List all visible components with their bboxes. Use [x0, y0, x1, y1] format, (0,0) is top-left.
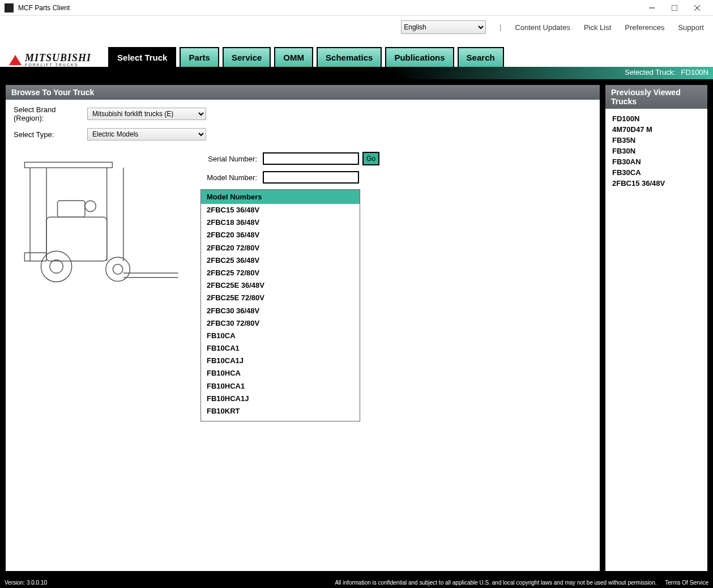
minimize-button[interactable]	[641, 0, 663, 16]
svg-rect-4	[24, 162, 112, 168]
link-content-updates[interactable]: Content Updates	[515, 23, 570, 32]
recent-item[interactable]: 4M70D47 M	[612, 124, 701, 135]
logo-triangle-icon	[9, 55, 22, 65]
model-item[interactable]: FB10CA1J	[201, 355, 360, 367]
model-item[interactable]: 2FBC15 36/48V	[201, 204, 360, 216]
brand-sub: FORKLIFT TRUCKS	[25, 63, 91, 67]
model-item[interactable]: FB10CA	[201, 330, 360, 342]
brand-label: Select Brand (Region):	[14, 105, 87, 122]
brand-name: MITSUBISHI	[25, 52, 91, 63]
model-item[interactable]: 2FBC30 36/48V	[201, 305, 360, 317]
side-panel: Previously Viewed Trucks FD100N4M70D47 M…	[605, 85, 707, 571]
recent-item[interactable]: FB30CA	[612, 167, 701, 178]
serial-label: Serial Number:	[200, 155, 257, 163]
recent-list: FD100N4M70D47 MFB35NFB30NFB30ANFB30CA2FB…	[605, 109, 707, 193]
model-item[interactable]: 2FBC20 36/48V	[201, 229, 360, 241]
recent-header: Previously Viewed Trucks	[605, 85, 707, 109]
filters: Select Brand (Region): Mitsubishi forkli…	[6, 100, 600, 152]
nav-row: MITSUBISHI FORKLIFT TRUCKS Select Truck …	[0, 39, 713, 67]
recent-item[interactable]: FD100N	[612, 113, 701, 124]
selected-truck-value: FD100N	[681, 68, 708, 76]
model-item[interactable]: 2FBC18 36/48V	[201, 216, 360, 229]
model-item[interactable]: FB10KRT	[201, 405, 360, 417]
type-label: Select Type:	[14, 130, 87, 139]
tab-omm[interactable]: OMM	[274, 47, 313, 67]
model-item[interactable]: FB10KRT PAC	[201, 417, 360, 421]
maximize-button[interactable]	[663, 0, 686, 16]
model-item[interactable]: 2FBC25 36/48V	[201, 254, 360, 267]
recent-item[interactable]: FB35N	[612, 135, 701, 146]
tab-search[interactable]: Search	[458, 47, 504, 67]
tab-parts[interactable]: Parts	[180, 47, 219, 67]
footer: Version: 3.0.0.10 All information is con…	[0, 577, 713, 588]
separator: |	[499, 23, 501, 31]
model-item[interactable]: FB10HCA1J	[201, 393, 360, 405]
close-button[interactable]	[686, 0, 708, 16]
legal-text: All information is confidential and subj…	[47, 580, 708, 586]
tab-select-truck[interactable]: Select Truck	[108, 47, 176, 67]
body: Browse To Your Truck Select Brand (Regio…	[0, 79, 713, 577]
model-input[interactable]	[263, 171, 359, 184]
browse-header: Browse To Your Truck	[6, 85, 600, 100]
truck-illustration	[14, 152, 189, 293]
model-label: Model Number:	[200, 173, 257, 182]
link-tos[interactable]: Terms Of Service	[665, 580, 708, 586]
svg-point-14	[113, 265, 122, 274]
model-list-header: Model Numbers	[201, 190, 360, 204]
language-select[interactable]: English	[401, 20, 486, 34]
version-text: Version: 3.0.0.10	[5, 580, 47, 586]
svg-point-11	[41, 251, 71, 282]
recent-item[interactable]: FB30N	[612, 146, 701, 156]
tab-schematics[interactable]: Schematics	[317, 47, 382, 67]
model-item[interactable]: 2FBC25E 72/80V	[201, 292, 360, 304]
selected-truck-bar: Selected Truck: FD100N	[0, 67, 713, 79]
selected-truck-label: Selected Truck:	[625, 68, 676, 76]
serial-input[interactable]	[263, 152, 359, 165]
model-list-panel: Model Numbers 2FBC15 36/48V2FBC18 36/48V…	[200, 189, 360, 421]
model-item[interactable]: FB10CA1	[201, 342, 360, 355]
recent-item[interactable]: FB30AN	[612, 156, 701, 167]
type-select[interactable]: Electric Models	[87, 128, 206, 140]
link-support[interactable]: Support	[678, 23, 704, 32]
app-icon	[5, 3, 14, 12]
link-preferences[interactable]: Preferences	[625, 23, 664, 32]
brand-select[interactable]: Mitsubishi forklift trucks (E)	[87, 108, 206, 120]
main-panel: Browse To Your Truck Select Brand (Regio…	[6, 85, 600, 571]
recent-item[interactable]: 2FBC15 36/48V	[612, 178, 701, 189]
svg-rect-10	[58, 201, 85, 217]
model-item[interactable]: FB10HCA	[201, 367, 360, 380]
main-tabs: Select Truck Parts Service OMM Schematic…	[108, 47, 504, 67]
model-item[interactable]: 2FBC30 72/80V	[201, 317, 360, 330]
go-button[interactable]: Go	[362, 152, 379, 165]
svg-rect-9	[46, 217, 107, 261]
tab-service[interactable]: Service	[223, 47, 271, 67]
content-row: Serial Number: Go Model Number: Model Nu…	[6, 152, 600, 571]
model-item[interactable]: 2FBC25E 36/48V	[201, 279, 360, 292]
svg-point-17	[85, 201, 96, 211]
brand-logo: MITSUBISHI FORKLIFT TRUCKS	[9, 53, 91, 67]
model-item[interactable]: 2FBC25 72/80V	[201, 267, 360, 279]
window-titlebar: MCF Parts Client	[0, 0, 713, 16]
window-title: MCF Parts Client	[18, 4, 641, 12]
svg-point-12	[50, 260, 63, 273]
top-toolbar: English | Content Updates Pick List Pref…	[0, 16, 713, 39]
link-pick-list[interactable]: Pick List	[584, 23, 611, 32]
tab-publications[interactable]: Publications	[385, 47, 454, 67]
forklift-icon	[14, 152, 189, 294]
model-item[interactable]: FB10HCA1	[201, 380, 360, 393]
svg-rect-1	[672, 5, 677, 11]
search-column: Serial Number: Go Model Number: Model Nu…	[200, 152, 592, 571]
model-list[interactable]: 2FBC15 36/48V2FBC18 36/48V2FBC20 36/48V2…	[201, 204, 360, 421]
model-item[interactable]: 2FBC20 72/80V	[201, 242, 360, 254]
